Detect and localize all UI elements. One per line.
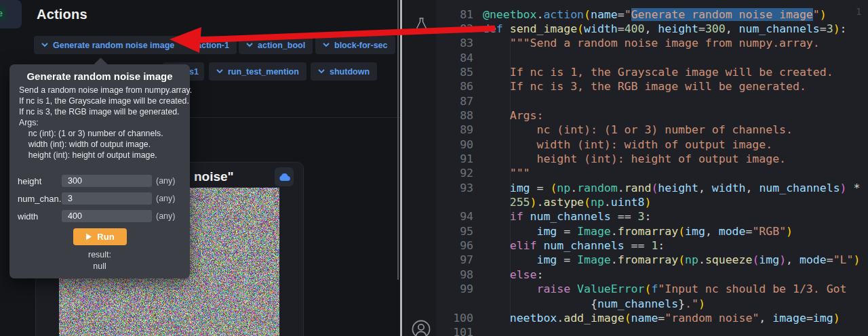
chevron-down-icon xyxy=(318,69,325,74)
field-label: height xyxy=(18,176,41,186)
description-line: Send a random noise image from numpy.arr… xyxy=(19,85,186,96)
chevron-down-icon xyxy=(216,69,223,74)
code-line[interactable]: {num_channels}.") xyxy=(483,297,705,311)
line-number: 96 xyxy=(436,238,473,253)
action-button-label: run_test_mention xyxy=(228,67,299,77)
field-type-hint: (any) xyxy=(156,194,175,203)
line-number: 100 xyxy=(436,311,473,325)
code-line[interactable]: img = Image.fromarray(img, mode="RGB") xyxy=(483,224,793,238)
description-line: Args: xyxy=(19,117,186,128)
account-icon[interactable] xyxy=(411,319,431,336)
action-button-label: block-for-sec xyxy=(334,41,388,50)
code-line[interactable]: @neetbox.action(name="Generate random no… xyxy=(483,7,827,22)
dashboard-panel: ne Actions Generate random noise image a… xyxy=(0,0,403,336)
activity-bar xyxy=(403,0,436,336)
status-card: ne xyxy=(0,0,22,28)
code-line[interactable]: width (int): width of output image. xyxy=(483,138,772,152)
action-button-block-for-sec[interactable]: block-for-sec xyxy=(315,36,395,54)
screen: ne Actions Generate random noise image a… xyxy=(0,0,868,336)
play-icon xyxy=(85,233,92,240)
code-line[interactable]: elif num_channels == 1: xyxy=(483,238,665,253)
line-number: 86 xyxy=(436,79,473,93)
status-badge: ne xyxy=(0,6,6,21)
action-button-action-bool[interactable]: action_bool xyxy=(239,36,313,54)
code-line[interactable]: def send_image(width=400, height=300, nu… xyxy=(483,22,847,36)
line-number: 97 xyxy=(436,253,473,267)
code-line[interactable]: height (int): height of output image. xyxy=(483,152,786,166)
action-button-label: Generate random noise image xyxy=(53,41,174,50)
line-number: 90 xyxy=(436,138,473,152)
field-type-hint: (any) xyxy=(156,176,175,186)
line-number: 87 xyxy=(436,94,473,108)
line-number: 99 xyxy=(436,282,473,296)
result-label: result: xyxy=(9,250,190,259)
width-field[interactable] xyxy=(62,210,152,222)
line-number: 85 xyxy=(436,65,473,79)
chevron-down-icon xyxy=(185,43,192,47)
code-line[interactable]: 255).astype(np.uint8) xyxy=(483,195,651,209)
field-row-num-channels: num_chan... (any) xyxy=(9,192,190,205)
code-line[interactable]: raise ValueError(f"Input nc should be 1/… xyxy=(483,282,853,296)
scrollbar-thumb[interactable] xyxy=(400,0,402,336)
line-number: 92 xyxy=(436,166,473,180)
field-label: width xyxy=(18,211,38,222)
code-line[interactable]: If nc is 1, the Grayscale image will be … xyxy=(483,65,833,79)
action-button-label: s1 xyxy=(189,67,199,77)
flask-icon[interactable] xyxy=(412,15,430,33)
line-number: 83 xyxy=(436,36,473,50)
editor-decoration: 1 xyxy=(856,5,861,19)
line-number: 81 xyxy=(436,7,473,22)
code-line[interactable]: img = Image.fromarray(np.squeeze(img), m… xyxy=(483,253,860,267)
line-number: 98 xyxy=(436,268,473,282)
tooltip-caret xyxy=(94,58,108,72)
description-line: height (int): height of output image. xyxy=(19,150,186,161)
num-channels-field[interactable] xyxy=(62,192,152,205)
code-editor[interactable]: 8182838485868788899091929394959697989910… xyxy=(436,0,868,336)
action-button-label: action_bool xyxy=(258,41,305,50)
line-number: 82 xyxy=(436,22,473,36)
description-line: width (int): width of output image. xyxy=(19,139,186,150)
tooltip-description: Send a random noise image from numpy.arr… xyxy=(19,85,186,161)
image-card-title: noise" xyxy=(194,169,234,184)
field-type-hint: (any) xyxy=(156,211,175,221)
line-number: 84 xyxy=(436,51,473,65)
chevron-down-icon xyxy=(41,43,48,47)
line-number: 91 xyxy=(436,152,473,166)
description-line: If nc is 1, the Grayscale image will be … xyxy=(19,96,186,106)
line-number: 95 xyxy=(436,224,473,238)
line-number: 89 xyxy=(436,123,473,137)
action-button-generate-random-noise-image[interactable]: Generate random noise image xyxy=(34,36,182,54)
code-line[interactable]: Args: xyxy=(483,108,543,123)
cloud-icon[interactable] xyxy=(275,167,294,186)
tooltip-title: Generate random noise image xyxy=(9,70,190,82)
field-row-height: height (any) xyxy=(9,175,190,187)
action-button-label: action-1 xyxy=(197,41,229,50)
action-button-label: shutdown xyxy=(330,67,370,77)
description-line: If nc is 3, the RGB image will be genera… xyxy=(19,106,186,117)
description-line: nc (int): (1 or 3) number of channels. xyxy=(19,128,186,139)
run-button[interactable]: Run xyxy=(73,228,127,245)
line-number: 101 xyxy=(436,325,473,336)
action-button-shutdown[interactable]: shutdown xyxy=(311,62,377,81)
action-button-run-test-mention[interactable]: run_test_mention xyxy=(209,62,307,81)
code-line[interactable]: if num_channels == 3: xyxy=(483,209,651,224)
code-line[interactable]: img = (np.random.rand(height, width, num… xyxy=(483,181,860,195)
code-line[interactable]: else: xyxy=(483,268,543,282)
code-line[interactable]: nc (int): (1 or 3) number of channels. xyxy=(483,123,793,137)
chevron-down-icon xyxy=(246,43,253,47)
code-line[interactable]: If nc is 3, the RGB image will be genera… xyxy=(483,79,806,93)
action-tooltip: Generate random noise image Send a rando… xyxy=(9,64,190,278)
scrollbar-thumb-secondary[interactable] xyxy=(397,0,399,280)
field-row-width: width (any) xyxy=(9,210,190,222)
field-label: num_chan... xyxy=(18,194,66,204)
height-field[interactable] xyxy=(62,175,152,187)
line-number: 93 xyxy=(436,181,473,195)
result-value: null xyxy=(9,261,190,271)
line-number: 94 xyxy=(436,209,473,224)
code-line[interactable]: """Send a random noise image from numpy.… xyxy=(483,36,820,50)
run-button-label: Run xyxy=(97,232,114,242)
action-button-action-1[interactable]: action-1 xyxy=(178,36,237,54)
chevron-down-icon xyxy=(323,43,330,47)
code-line[interactable]: neetbox.add_image(name="random noise", i… xyxy=(483,311,840,325)
code-line[interactable]: """ xyxy=(483,166,530,180)
